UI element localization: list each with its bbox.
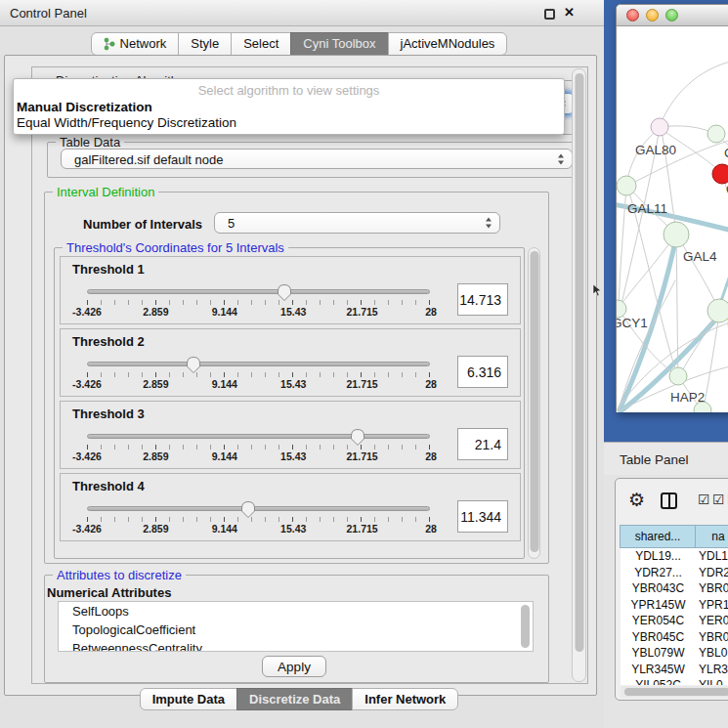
column-header-name[interactable]: na bbox=[695, 525, 728, 548]
tick-label: 9.144 bbox=[212, 378, 237, 390]
tab-network[interactable]: Network bbox=[91, 32, 180, 56]
network-node[interactable] bbox=[707, 125, 725, 143]
network-window-titlebar[interactable] bbox=[617, 5, 728, 26]
network-node-gal4[interactable] bbox=[664, 222, 689, 247]
tab-impute-data[interactable]: Impute Data bbox=[140, 688, 237, 710]
gear-icon[interactable]: ⚙ bbox=[628, 489, 645, 511]
table-data-combo[interactable]: galFiltered.sif default node bbox=[61, 149, 573, 169]
cell-name[interactable]: YBR0 bbox=[696, 580, 728, 597]
cell-shared-name[interactable]: YER054C bbox=[621, 613, 696, 629]
tab-infer-network[interactable]: Infer Network bbox=[352, 688, 458, 710]
top-tab-bar: Network Style Select Cyni Toolbox jActiv… bbox=[0, 32, 598, 56]
bottom-tab-bar: Impute Data Discretize Data Infer Networ… bbox=[0, 688, 598, 710]
cell-name[interactable]: YBR0 bbox=[696, 629, 728, 646]
table-row[interactable]: YER054CYER0 bbox=[621, 613, 728, 629]
tick-label: 21.715 bbox=[347, 523, 378, 535]
attributes-scrollbar-thumb[interactable] bbox=[521, 605, 530, 648]
columns-icon[interactable] bbox=[661, 492, 677, 509]
numerical-attribute-item[interactable]: TopologicalCoefficient bbox=[59, 621, 533, 639]
cell-name[interactable]: YIL0 bbox=[696, 677, 728, 685]
cell-shared-name[interactable]: YIL052C bbox=[621, 677, 696, 685]
network-node-label: GAL80 bbox=[635, 143, 676, 157]
numerical-attributes-list[interactable]: SelfLoopsTopologicalCoefficientBetweenne… bbox=[58, 601, 534, 652]
threshold-value-input[interactable] bbox=[457, 428, 508, 460]
threshold-slider[interactable] bbox=[87, 362, 430, 366]
cell-name[interactable]: YDL1 bbox=[696, 548, 728, 565]
cell-shared-name[interactable]: YBR045C bbox=[621, 629, 696, 646]
network-edge[interactable] bbox=[677, 236, 718, 309]
zoom-traffic-light[interactable] bbox=[665, 9, 678, 21]
checkbox-icon[interactable]: ☑ bbox=[712, 492, 725, 507]
threshold-value-input[interactable] bbox=[457, 283, 508, 316]
tab-label: Discretize Data bbox=[249, 689, 340, 709]
numerical-attribute-item[interactable]: SelfLoops bbox=[59, 602, 533, 621]
numerical-attribute-item[interactable]: BetweennessCentrality bbox=[59, 639, 533, 652]
tab-cyni-toolbox[interactable]: Cyni Toolbox bbox=[290, 32, 388, 56]
main-scrollbar[interactable] bbox=[572, 68, 586, 682]
table-row[interactable]: YBR045CYBR0 bbox=[621, 629, 728, 646]
table-row[interactable]: YLR345WYLR3 bbox=[621, 662, 728, 678]
tab-jactivemnodules[interactable]: jActiveMNodules bbox=[388, 32, 508, 56]
thresholds-scrollbar[interactable] bbox=[528, 247, 540, 559]
number-of-intervals-label: Number of Intervals bbox=[83, 217, 202, 232]
checkbox-icon[interactable]: ☑ bbox=[698, 492, 710, 507]
cell-shared-name[interactable]: YDR27... bbox=[621, 565, 696, 581]
close-traffic-light[interactable] bbox=[626, 9, 639, 21]
table-row[interactable]: YPR145WYPR1 bbox=[621, 597, 728, 614]
thresholds-scrollbar-thumb[interactable] bbox=[530, 251, 538, 552]
tick-label: 21.715 bbox=[347, 306, 378, 318]
tab-discretize-data[interactable]: Discretize Data bbox=[236, 688, 353, 710]
cell-name[interactable]: YDR2 bbox=[696, 565, 728, 581]
apply-button[interactable]: Apply bbox=[262, 656, 326, 677]
slider-ticks bbox=[87, 372, 431, 377]
close-icon[interactable]: ✕ bbox=[564, 5, 575, 20]
popup-option-manual-discretization[interactable]: Manual Discretization bbox=[17, 100, 152, 114]
tick-label: 9.144 bbox=[212, 450, 237, 462]
cell-shared-name[interactable]: YBR043C bbox=[621, 580, 696, 597]
network-node-gal11[interactable] bbox=[617, 176, 636, 195]
tick-label: -3.426 bbox=[72, 306, 102, 318]
threshold-slider[interactable] bbox=[87, 506, 430, 511]
tick-label: 15.43 bbox=[280, 378, 306, 390]
main-scrollbar-thumb[interactable] bbox=[575, 73, 583, 652]
cell-shared-name[interactable]: YDL19... bbox=[621, 548, 696, 565]
network-canvas[interactable]: GAL80G.CGAL11GAL4GCY1HHAP2 bbox=[617, 26, 728, 412]
network-node-red[interactable] bbox=[712, 164, 728, 184]
cell-name[interactable]: YPR1 bbox=[696, 597, 728, 614]
tick-label: -3.426 bbox=[72, 450, 102, 462]
column-header-shared-name[interactable]: shared... bbox=[620, 525, 696, 548]
network-edge[interactable] bbox=[676, 236, 678, 374]
table-row[interactable]: YIL052CYIL0 bbox=[621, 677, 728, 685]
table-hscrollbar-thumb[interactable] bbox=[624, 688, 728, 696]
cell-name[interactable]: YER0 bbox=[696, 613, 728, 629]
cell-name[interactable]: YBL0 bbox=[696, 645, 728, 662]
table-horizontal-scrollbar[interactable] bbox=[621, 686, 728, 698]
combo-spinner-icon bbox=[486, 217, 492, 230]
tab-select[interactable]: Select bbox=[231, 32, 291, 56]
network-node-hap2[interactable] bbox=[669, 367, 687, 385]
tab-label: Infer Network bbox=[364, 689, 446, 709]
network-edge[interactable] bbox=[660, 60, 728, 126]
threshold-slider[interactable] bbox=[87, 289, 430, 294]
threshold-row: Threshold 4 -3.4262.8599.14415.4321.7152… bbox=[60, 473, 521, 541]
popup-option-equal-width-frequency[interactable]: Equal Width/Frequency Discretization bbox=[17, 115, 236, 130]
combo-spinner-icon bbox=[558, 152, 565, 165]
table-row[interactable]: YDL19...YDL1 bbox=[621, 548, 728, 565]
tab-style[interactable]: Style bbox=[178, 32, 232, 56]
threshold-value-input[interactable] bbox=[457, 500, 508, 533]
number-of-intervals-combo[interactable]: 5 bbox=[214, 212, 500, 234]
network-node[interactable] bbox=[707, 299, 728, 322]
network-node-gal80[interactable] bbox=[651, 118, 668, 136]
threshold-slider[interactable] bbox=[87, 434, 430, 439]
table-row[interactable]: YBL079WYBL0 bbox=[621, 645, 728, 662]
threshold-value-input[interactable] bbox=[457, 356, 508, 388]
minimize-traffic-light[interactable] bbox=[646, 9, 659, 21]
attr-items-holder: SelfLoopsTopologicalCoefficientBetweenne… bbox=[59, 602, 533, 652]
cell-shared-name[interactable]: YLR345W bbox=[621, 662, 696, 678]
cell-shared-name[interactable]: YBL079W bbox=[621, 645, 696, 662]
table-row[interactable]: YDR27...YDR2 bbox=[621, 565, 728, 581]
float-window-icon[interactable] bbox=[544, 9, 555, 20]
cell-shared-name[interactable]: YPR145W bbox=[621, 597, 696, 614]
table-row[interactable]: YBR043CYBR0 bbox=[621, 580, 728, 597]
cell-name[interactable]: YLR3 bbox=[696, 662, 728, 678]
